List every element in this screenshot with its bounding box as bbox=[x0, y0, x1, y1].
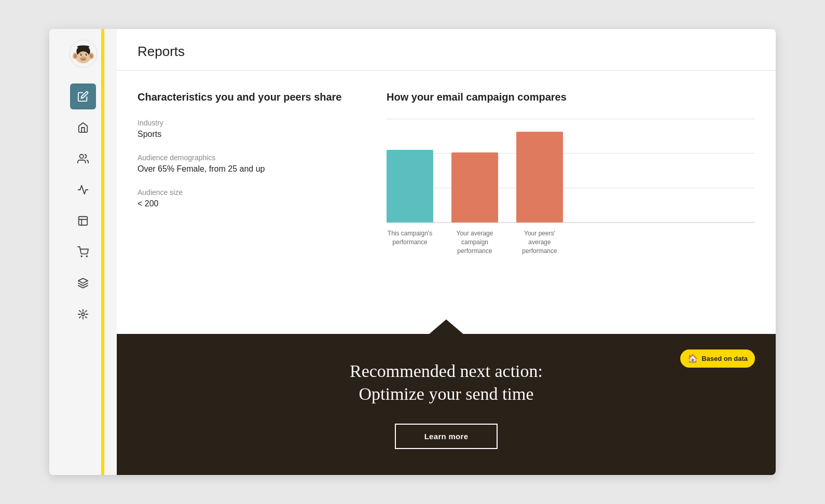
badge-text: Based on data bbox=[702, 355, 748, 362]
mailchimp-logo[interactable] bbox=[69, 39, 98, 68]
chart-title: How your email campaign compares bbox=[387, 91, 755, 103]
page-title: Reports bbox=[138, 44, 755, 60]
svg-point-5 bbox=[89, 54, 93, 59]
svg-line-24 bbox=[79, 311, 81, 312]
sidebar bbox=[49, 29, 117, 475]
sidebar-accent bbox=[101, 29, 104, 475]
svg-point-14 bbox=[80, 155, 84, 158]
industry-value: Sports bbox=[138, 130, 355, 139]
bar-salmon-1 bbox=[451, 152, 498, 222]
bar-label-this-campaign: This campaign's performance bbox=[387, 229, 433, 255]
bar-peers-average bbox=[516, 132, 563, 222]
nav-item-campaigns[interactable] bbox=[70, 177, 96, 203]
main-content: Reports Characteristics you and your pee… bbox=[117, 29, 776, 475]
nav-item-integrations[interactable] bbox=[70, 270, 96, 296]
report-body: Characteristics you and your peers share… bbox=[117, 71, 776, 318]
characteristics-panel: Characteristics you and your peers share… bbox=[138, 91, 355, 318]
bar-label-your-average: Your average campaign performance bbox=[451, 229, 498, 255]
characteristic-industry: Industry Sports bbox=[138, 119, 355, 139]
bar-your-average bbox=[451, 152, 498, 222]
svg-point-19 bbox=[86, 256, 87, 257]
recommendation-title: Recommended next action: Optimize your s… bbox=[138, 360, 755, 405]
learn-more-button[interactable]: Learn more bbox=[395, 424, 498, 449]
recommendation-arrow bbox=[428, 319, 464, 335]
svg-point-9 bbox=[79, 56, 86, 61]
industry-label: Industry bbox=[138, 119, 355, 127]
bar-teal bbox=[387, 150, 433, 222]
page-header: Reports bbox=[117, 29, 776, 71]
nav-item-templates[interactable] bbox=[70, 208, 96, 234]
characteristic-demographics: Audience demographics Over 65% Female, f… bbox=[138, 153, 355, 174]
nav-item-store[interactable] bbox=[70, 239, 96, 265]
svg-line-29 bbox=[86, 311, 87, 312]
svg-rect-15 bbox=[79, 217, 88, 226]
svg-line-28 bbox=[79, 317, 81, 318]
demographics-label: Audience demographics bbox=[138, 153, 355, 162]
sidebar-navigation bbox=[49, 83, 117, 327]
audience-size-label: Audience size bbox=[138, 188, 355, 197]
bar-this-campaign bbox=[387, 150, 433, 222]
audience-size-value: < 200 bbox=[138, 199, 355, 208]
characteristics-title: Characteristics you and your peers share bbox=[138, 91, 355, 103]
characteristic-audience-size: Audience size < 200 bbox=[138, 188, 355, 208]
bar-salmon-2 bbox=[516, 132, 563, 222]
svg-point-13 bbox=[85, 54, 87, 56]
svg-point-7 bbox=[77, 46, 89, 49]
svg-point-4 bbox=[73, 54, 77, 59]
svg-line-25 bbox=[86, 317, 87, 318]
svg-point-21 bbox=[81, 313, 85, 316]
svg-marker-20 bbox=[78, 278, 88, 283]
bar-label-peers-average: Your peers' average performance bbox=[516, 229, 563, 255]
nav-item-edit[interactable] bbox=[70, 83, 96, 109]
app-window: Reports Characteristics you and your pee… bbox=[49, 29, 776, 475]
svg-point-18 bbox=[81, 256, 82, 257]
chart-panel: How your email campaign compares bbox=[387, 91, 755, 318]
recommendation-content: Recommended next action: Optimize your s… bbox=[138, 360, 755, 449]
based-on-data-badge: 🏠 Based on data bbox=[680, 349, 755, 368]
badge-icon: 🏠 bbox=[688, 354, 698, 363]
recommendation-section: Recommended next action: Optimize your s… bbox=[117, 334, 776, 475]
nav-item-automations[interactable] bbox=[70, 301, 96, 327]
demographics-value: Over 65% Female, from 25 and up bbox=[138, 164, 355, 174]
nav-item-audience[interactable] bbox=[70, 146, 96, 172]
svg-point-12 bbox=[80, 54, 81, 56]
nav-item-home[interactable] bbox=[70, 115, 96, 141]
